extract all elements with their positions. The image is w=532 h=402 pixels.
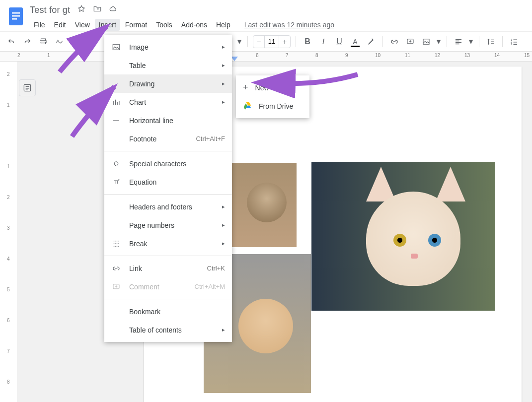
insert-link-button[interactable]	[388, 35, 401, 48]
outline-toggle-button[interactable]	[19, 79, 36, 96]
star-icon[interactable]	[77, 4, 86, 15]
line-spacing-button[interactable]	[484, 35, 497, 48]
align-button[interactable]	[452, 35, 465, 48]
font-size-increase[interactable]: +	[279, 36, 290, 48]
omega-icon	[111, 159, 121, 168]
drawing-from-drive-item[interactable]: From Drive	[236, 97, 309, 115]
menu-help[interactable]: Help	[212, 19, 234, 31]
insert-table-item[interactable]: Table ▸	[104, 56, 232, 74]
image-cat-tabby[interactable]	[232, 163, 297, 247]
submenu-arrow-icon: ▸	[222, 240, 225, 247]
insert-link-item[interactable]: Link Ctrl+K	[104, 259, 232, 277]
redo-button[interactable]	[21, 35, 34, 48]
move-to-folder-icon[interactable]	[93, 4, 102, 15]
insert-equation-item[interactable]: 2 Equation	[104, 173, 232, 191]
highlight-button[interactable]	[365, 35, 378, 48]
submenu-arrow-icon: ▸	[222, 327, 225, 333]
undo-button[interactable]	[5, 35, 18, 48]
break-icon	[111, 239, 121, 248]
svg-text:2: 2	[118, 178, 120, 181]
image-dropdown-caret[interactable]: ▾	[436, 37, 442, 46]
numbered-list-button[interactable]: 123	[508, 35, 521, 48]
cloud-status-icon[interactable]	[109, 4, 118, 15]
bold-button[interactable]: B	[301, 35, 314, 48]
print-button[interactable]	[37, 35, 50, 48]
insert-bookmark-item[interactable]: Bookmark	[104, 302, 232, 321]
submenu-arrow-icon: ▸	[222, 222, 225, 228]
annotation-arrow	[278, 69, 363, 96]
insert-image-button[interactable]	[420, 35, 433, 48]
pi-icon: 2	[111, 178, 121, 187]
menu-file[interactable]: File	[30, 19, 49, 31]
submenu-arrow-icon: ▸	[222, 62, 225, 68]
annotation-arrow	[50, 17, 119, 79]
svg-text:3: 3	[511, 42, 512, 45]
comment-icon	[111, 282, 121, 291]
italic-button[interactable]: I	[317, 35, 330, 48]
insert-comment-item: Comment Ctrl+Alt+M	[104, 277, 232, 296]
annotation-arrow	[65, 82, 124, 143]
document-title[interactable]: Test for gt	[30, 5, 70, 15]
svg-rect-1	[12, 12, 20, 14]
vertical-ruler[interactable]: 2112345678	[0, 62, 17, 402]
font-size-decrease[interactable]: −	[253, 36, 264, 48]
insert-menu-dropdown: Image ▸ Table ▸ Drawing ▸ Chart ▸ Horizo…	[104, 35, 232, 342]
insert-special-characters-item[interactable]: Special characters	[104, 154, 232, 173]
font-size-input[interactable]	[264, 36, 279, 48]
insert-table-of-contents-item[interactable]: Table of contents ▸	[104, 321, 232, 339]
submenu-arrow-icon: ▸	[222, 80, 225, 87]
svg-rect-6	[423, 39, 429, 44]
menu-tools[interactable]: Tools	[152, 19, 176, 31]
insert-image-item[interactable]: Image ▸	[104, 38, 232, 56]
plus-icon: +	[243, 82, 248, 93]
image-cat-white[interactable]	[311, 162, 495, 311]
submenu-arrow-icon: ▸	[222, 99, 225, 105]
docs-logo-icon[interactable]	[6, 3, 26, 30]
insert-break-item[interactable]: Break ▸	[104, 234, 232, 253]
last-edit-link[interactable]: Last edit was 12 minutes ago	[244, 21, 334, 29]
submenu-arrow-icon: ▸	[222, 44, 225, 50]
submenu-arrow-icon: ▸	[222, 203, 225, 210]
insert-page-numbers-item[interactable]: Page numbers ▸	[104, 216, 232, 234]
svg-rect-2	[12, 15, 20, 17]
underline-button[interactable]: U	[333, 35, 346, 48]
zoom-dropdown[interactable]: ▾	[236, 37, 242, 46]
drive-icon	[243, 101, 252, 111]
svg-rect-3	[12, 18, 17, 20]
insert-comment-button[interactable]	[404, 35, 417, 48]
text-color-button[interactable]: A	[349, 35, 362, 48]
menu-format[interactable]: Format	[121, 19, 151, 31]
menu-addons[interactable]: Add-ons	[177, 19, 211, 31]
insert-headers-footers-item[interactable]: Headers and footers ▸	[104, 198, 232, 216]
font-size-control: − +	[253, 35, 291, 48]
align-dropdown-caret[interactable]: ▾	[468, 37, 474, 46]
link-icon	[111, 264, 121, 273]
